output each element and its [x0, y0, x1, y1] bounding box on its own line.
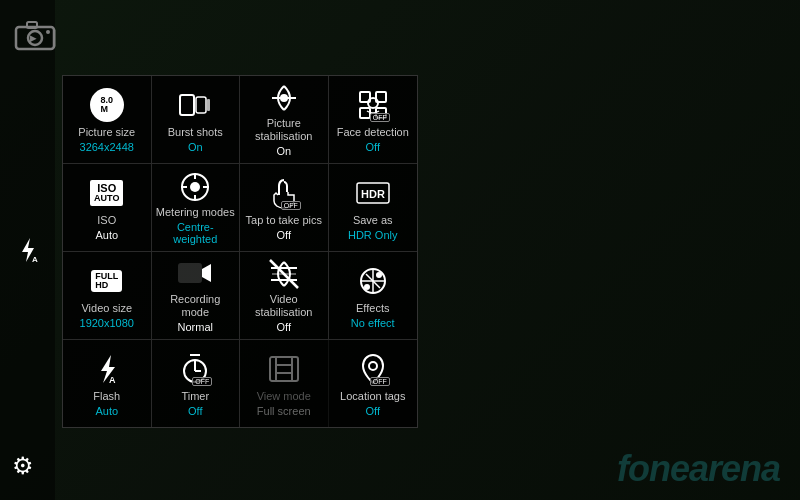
timer-off-badge: OFF: [192, 377, 212, 386]
timer-value: Off: [188, 405, 202, 417]
face-detection-off-badge: OFF: [370, 113, 390, 122]
svg-rect-8: [196, 97, 206, 113]
burst-shots-label: Burst shots: [168, 126, 223, 139]
video-size-cell[interactable]: FULLHD Video size 1920x1080: [63, 252, 152, 339]
effects-label: Effects: [356, 302, 389, 315]
recording-mode-value: Normal: [178, 321, 213, 333]
svg-point-11: [280, 94, 288, 102]
timer-cell[interactable]: OFF Timer Off: [152, 340, 241, 427]
svg-point-34: [376, 272, 382, 278]
picture-stabilisation-icon: [265, 82, 303, 115]
metering-modes-label: Metering modes: [156, 206, 235, 219]
svg-text:A: A: [109, 375, 116, 385]
tap-to-take-off-badge: OFF: [281, 201, 301, 210]
burst-shots-icon: [176, 86, 214, 124]
svg-point-48: [369, 362, 377, 370]
location-tags-value: Off: [366, 405, 380, 417]
metering-modes-icon: [176, 170, 214, 204]
save-as-label: Save as: [353, 214, 393, 227]
video-size-value: 1920x1080: [80, 317, 134, 329]
video-stabilisation-value: Off: [277, 321, 291, 333]
video-size-label: Video size: [81, 302, 132, 315]
tap-to-take-value: Off: [277, 229, 291, 241]
save-as-value: HDR Only: [348, 229, 398, 241]
face-detection-label: Face detection: [337, 126, 409, 139]
face-detection-value: Off: [366, 141, 380, 153]
effects-cell[interactable]: Effects No effect: [329, 252, 418, 339]
video-size-icon: FULLHD: [88, 262, 126, 300]
video-stabilisation-cell[interactable]: Video stabilisation Off: [240, 252, 329, 339]
view-mode-label: View mode: [257, 390, 311, 403]
svg-point-16: [368, 98, 378, 108]
tap-to-take-label: Tap to take pics: [246, 214, 322, 227]
svg-rect-9: [207, 99, 210, 111]
picture-size-label: Picture size: [78, 126, 135, 139]
location-tags-icon: OFF: [354, 350, 392, 388]
location-tags-label: Location tags: [340, 390, 405, 403]
svg-text:A: A: [32, 255, 38, 264]
effects-icon: [354, 262, 392, 300]
grid-row-2: ISO AUTO ISO Auto Metering modes Centre-…: [63, 164, 417, 252]
watermark: fonearena: [617, 448, 780, 490]
grid-row-1: 8.0M Picture size 3264x2448 Burst shots …: [63, 76, 417, 164]
picture-stabilisation-label: Picture stabilisation: [244, 117, 324, 143]
effects-value: No effect: [351, 317, 395, 329]
view-mode-cell[interactable]: View mode Full screen: [240, 340, 329, 427]
tap-to-take-icon: OFF: [265, 174, 303, 212]
save-as-hdr-icon: HDR: [354, 174, 392, 212]
view-mode-icon: [265, 350, 303, 388]
flash-label: Flash: [93, 390, 120, 403]
metering-modes-value: Centre-weighted: [156, 221, 236, 245]
iso-label: ISO: [97, 214, 116, 227]
settings-panel: 8.0M Picture size 3264x2448 Burst shots …: [62, 75, 418, 428]
svg-rect-7: [180, 95, 194, 115]
recording-mode-cell[interactable]: Recording mode Normal: [152, 252, 241, 339]
settings-gear-icon[interactable]: ⚙: [12, 452, 34, 480]
flash-cell[interactable]: A Flash Auto: [63, 340, 152, 427]
flash-value: Auto: [95, 405, 118, 417]
svg-rect-25: [179, 264, 201, 282]
svg-marker-26: [202, 264, 211, 282]
flash-icon: A: [88, 350, 126, 388]
svg-point-18: [190, 182, 200, 192]
grid-row-3: FULLHD Video size 1920x1080 Recording mo…: [63, 252, 417, 340]
left-sidebar: A: [0, 0, 55, 500]
video-stabilisation-icon: [265, 258, 303, 291]
recording-mode-label: Recording mode: [156, 293, 236, 319]
svg-text:HDR: HDR: [361, 188, 385, 200]
grid-row-4: A Flash Auto OFF Timer Off: [63, 340, 417, 427]
burst-shots-cell[interactable]: Burst shots On: [152, 76, 241, 163]
flash-sidebar-item[interactable]: A: [8, 230, 48, 270]
picture-stabilisation-value: On: [276, 145, 291, 157]
location-tags-off-badge: OFF: [370, 377, 390, 386]
face-detection-cell[interactable]: OFF Face detection Off: [329, 76, 418, 163]
video-stabilisation-label: Video stabilisation: [244, 293, 324, 319]
svg-point-35: [364, 284, 370, 290]
timer-icon: OFF: [176, 350, 214, 388]
timer-label: Timer: [181, 390, 209, 403]
location-tags-cell[interactable]: OFF Location tags Off: [329, 340, 418, 427]
tap-to-take-cell[interactable]: OFF Tap to take pics Off: [240, 164, 329, 251]
iso-cell[interactable]: ISO AUTO ISO Auto: [63, 164, 152, 251]
save-as-cell[interactable]: HDR Save as HDR Only: [329, 164, 418, 251]
face-detection-icon: OFF: [354, 86, 392, 124]
picture-stabilisation-cell[interactable]: Picture stabilisation On: [240, 76, 329, 163]
svg-rect-14: [360, 108, 370, 118]
burst-shots-value: On: [188, 141, 203, 153]
svg-rect-43: [270, 357, 298, 381]
picture-size-cell[interactable]: 8.0M Picture size 3264x2448: [63, 76, 152, 163]
picture-size-icon: 8.0M: [88, 86, 126, 124]
metering-modes-cell[interactable]: Metering modes Centre-weighted: [152, 164, 241, 251]
recording-mode-icon: [176, 258, 214, 291]
iso-value: Auto: [95, 229, 118, 241]
iso-icon: ISO AUTO: [88, 174, 126, 212]
picture-size-value: 3264x2448: [80, 141, 134, 153]
view-mode-value: Full screen: [257, 405, 311, 417]
